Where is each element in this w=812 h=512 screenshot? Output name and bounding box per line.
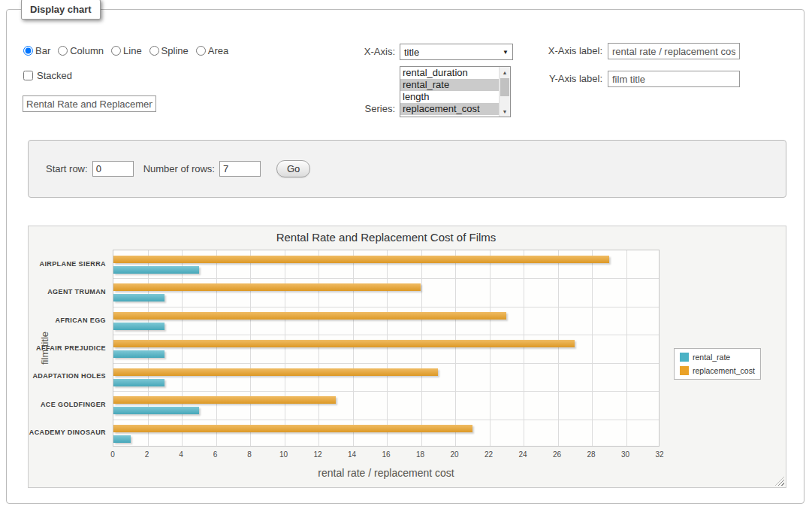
gridline-vertical xyxy=(182,250,183,446)
radio-label: Spline xyxy=(161,45,189,56)
bar-replacement_cost-AGENT TRUMAN xyxy=(113,283,421,291)
radio-label: Area xyxy=(208,45,228,56)
y-axis-label-caption: Y-Axis label: xyxy=(484,71,602,87)
legend-label: replacement_cost xyxy=(693,366,755,375)
stacked-checkbox-row[interactable]: Stacked xyxy=(23,70,72,81)
radio-area[interactable] xyxy=(196,46,206,56)
gridline-horizontal xyxy=(113,363,659,364)
radio-label: Line xyxy=(123,45,142,56)
chart-type-option-spline[interactable]: Spline xyxy=(149,45,189,56)
page: Display chart BarColumnLineSplineArea St… xyxy=(0,0,812,512)
start-row-label: Start row: xyxy=(46,163,88,174)
stacked-checkbox[interactable] xyxy=(23,71,33,80)
x-tick-label: 32 xyxy=(644,450,675,459)
bar-replacement_cost-ADAPTATION HOLES xyxy=(113,368,438,376)
number-of-rows-input[interactable] xyxy=(219,161,261,177)
chart-title: Rental Rate and Replacement Cost of Film… xyxy=(113,231,660,244)
bar-rental_rate-AGENT TRUMAN xyxy=(113,294,165,301)
chart-type-option-area[interactable]: Area xyxy=(196,45,228,56)
chart-type-radio-group: BarColumnLineSplineArea xyxy=(23,45,228,56)
bar-rental_rate-ACE GOLDFINGER xyxy=(113,407,199,414)
bar-replacement_cost-AIRPLANE SIERRA xyxy=(113,256,609,263)
gridline-vertical xyxy=(387,250,388,446)
bar-rental_rate-AFRICAN EGG xyxy=(113,323,165,330)
category-label: AIRPLANE SIERRA xyxy=(29,260,106,268)
chart-title-input[interactable] xyxy=(23,95,156,112)
bar-replacement_cost-AFFAIR PREJUDICE xyxy=(113,340,575,347)
radio-column[interactable] xyxy=(58,46,68,56)
x-tick-label: 4 xyxy=(166,450,196,459)
gridline-vertical xyxy=(285,250,285,446)
x-tick-label: 22 xyxy=(474,450,504,459)
rows-panel: Start row: Number of rows: Go xyxy=(28,140,786,198)
series-option-replacement_cost[interactable]: replacement_cost xyxy=(400,103,510,115)
bar-replacement_cost-AFRICAN EGG xyxy=(113,312,506,320)
number-of-rows-label: Number of rows: xyxy=(143,163,215,174)
x-tick-label: 8 xyxy=(234,450,264,459)
stacked-label: Stacked xyxy=(37,70,72,81)
bar-rental_rate-AFFAIR PREJUDICE xyxy=(113,350,165,358)
gridline-vertical xyxy=(148,250,149,446)
x-tick-label: 30 xyxy=(611,450,641,459)
series-option-length[interactable]: length xyxy=(400,91,510,103)
category-label: AFRICAN EGG xyxy=(29,317,106,324)
category-label: AFFAIR PREJUDICE xyxy=(29,344,106,352)
bar-replacement_cost-ACADEMY DINOSAUR xyxy=(113,425,472,432)
radio-line[interactable] xyxy=(111,46,121,56)
legend-swatch-replacement_cost xyxy=(680,366,689,375)
gridline-vertical xyxy=(318,250,319,446)
legend-item-rental_rate: rental_rate xyxy=(680,353,755,362)
legend-item-replacement_cost: replacement_cost xyxy=(680,366,755,375)
gridline-horizontal xyxy=(113,335,659,335)
x-tick-label: 28 xyxy=(576,450,606,459)
gridline-vertical xyxy=(250,250,251,446)
fieldset-legend: Display chart xyxy=(21,0,101,20)
gridline-vertical xyxy=(592,250,593,446)
radio-label: Bar xyxy=(35,45,50,56)
category-label: AGENT TRUMAN xyxy=(29,288,106,295)
x-axis-title: rental rate / replacement cost xyxy=(113,467,660,479)
gridline-vertical xyxy=(353,250,354,446)
series-caption: Series: xyxy=(322,101,395,117)
x-tick-label: 12 xyxy=(303,450,333,459)
gridline-vertical xyxy=(626,250,627,446)
start-row-input[interactable] xyxy=(92,161,134,177)
resize-handle-icon[interactable] xyxy=(775,477,784,486)
gridline-horizontal xyxy=(113,307,659,308)
x-axis-label-input[interactable] xyxy=(608,43,740,59)
radio-bar[interactable] xyxy=(23,46,33,56)
bar-rental_rate-ADAPTATION HOLES xyxy=(113,379,165,386)
bar-replacement_cost-ACE GOLDFINGER xyxy=(113,396,336,404)
gridline-vertical xyxy=(490,250,491,446)
go-button[interactable]: Go xyxy=(276,160,310,177)
legend-label: rental_rate xyxy=(693,353,730,362)
chart-type-option-line[interactable]: Line xyxy=(111,45,142,56)
x-axis-caption: X-Axis: xyxy=(322,44,395,60)
scroll-down-icon[interactable]: ▼ xyxy=(500,106,510,117)
x-axis-selected-value: title xyxy=(404,47,419,58)
gridline-horizontal xyxy=(113,278,659,279)
legend-swatch-rental_rate xyxy=(680,353,689,362)
x-tick-label: 20 xyxy=(439,450,469,459)
radio-spline[interactable] xyxy=(149,46,159,56)
category-label: ACADEMY DINOSAUR xyxy=(29,429,106,436)
gridline-vertical xyxy=(558,250,559,446)
bar-rental_rate-ACADEMY DINOSAUR xyxy=(113,435,131,443)
x-axis-label-caption: X-Axis label: xyxy=(484,43,602,59)
y-axis-label-input[interactable] xyxy=(608,71,740,87)
bar-rental_rate-AIRPLANE SIERRA xyxy=(113,266,199,274)
chart-type-option-column[interactable]: Column xyxy=(58,45,104,56)
x-tick-label: 26 xyxy=(542,450,572,459)
x-tick-label: 16 xyxy=(371,450,401,459)
x-tick-label: 0 xyxy=(98,450,128,459)
chart-type-option-bar[interactable]: Bar xyxy=(23,45,50,56)
gridline-horizontal xyxy=(113,420,659,420)
category-label: ACE GOLDFINGER xyxy=(29,401,106,408)
radio-label: Column xyxy=(70,45,104,56)
gridline-horizontal xyxy=(113,391,659,392)
gridline-vertical xyxy=(524,250,524,446)
gridline-vertical xyxy=(455,250,456,446)
x-tick-label: 24 xyxy=(508,450,538,459)
x-tick-label: 10 xyxy=(269,450,299,459)
x-tick-label: 14 xyxy=(337,450,367,459)
